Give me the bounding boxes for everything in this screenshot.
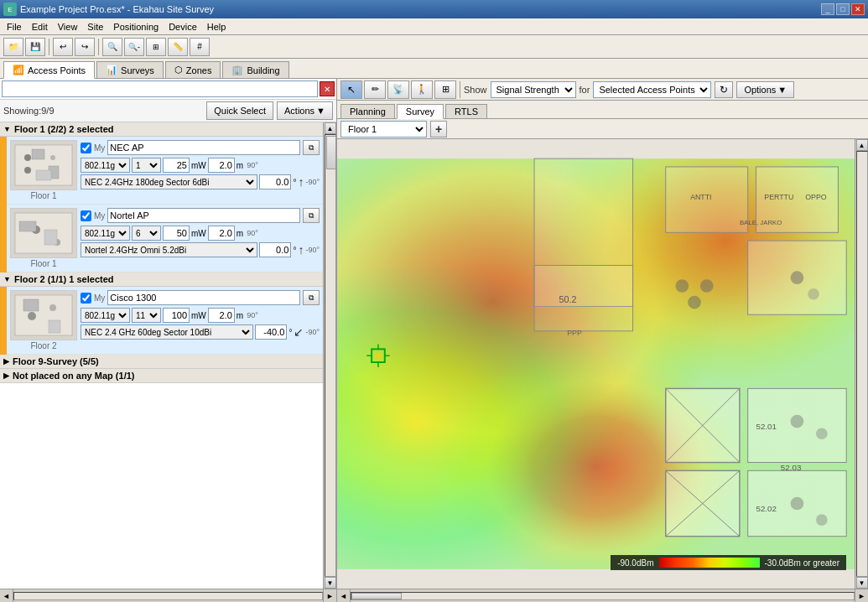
ap1-power-input[interactable] <box>163 158 190 173</box>
ap-place-button[interactable]: 📡 <box>387 80 409 99</box>
menu-view[interactable]: View <box>53 20 83 34</box>
menu-device[interactable]: Device <box>164 20 202 34</box>
ap3-copy-button[interactable]: ⧉ <box>303 290 320 305</box>
ap1-checkbox[interactable] <box>81 143 91 153</box>
menu-help[interactable]: Help <box>202 20 231 34</box>
heatmap-svg: ANTTI PERTTU OPPO BALE, JARKO 50.2 <box>337 139 855 589</box>
floor9-header[interactable]: ▶ Floor 9-Survey (5/5) <box>0 355 323 369</box>
tab-rtls-label: RTLS <box>455 106 478 117</box>
ap3-power-input[interactable] <box>163 308 190 323</box>
svg-point-48 <box>688 296 701 309</box>
menu-file[interactable]: File <box>2 20 27 34</box>
ap-filter-select[interactable]: Selected Access Points All Access Points <box>593 81 711 98</box>
ap3-antenna-select[interactable]: NEC 2.4 GHz 60deg Sector 10dBi <box>81 324 253 340</box>
search-input[interactable] <box>2 80 318 97</box>
ap2-power-input[interactable] <box>163 226 190 241</box>
ap2-dist-input[interactable] <box>208 226 235 241</box>
right-bottom-scroll: ◄ ► <box>337 589 868 602</box>
floor1-label: Floor 1 (2/2) 2 selected <box>14 124 114 134</box>
scroll-thumb[interactable] <box>326 136 336 169</box>
tab-rtls[interactable]: RTLS <box>445 104 487 118</box>
tab-planning[interactable]: Planning <box>340 104 395 118</box>
grid-tool-button[interactable]: ⊞ <box>434 80 456 99</box>
open-folder-button[interactable]: 📁 <box>3 38 23 56</box>
menu-positioning[interactable]: Positioning <box>108 20 164 34</box>
floor9-label: Floor 9-Survey (5/5) <box>13 356 99 366</box>
right-h-scroll-right-button[interactable]: ► <box>855 589 868 603</box>
undo-button[interactable]: ↩ <box>53 38 73 56</box>
ap3-checkbox[interactable] <box>81 293 91 304</box>
pencil-tool-button[interactable]: ✏ <box>364 80 386 99</box>
ap1-details: My ⧉ 802.11g 1 <box>81 140 320 200</box>
right-scroll-down-button[interactable]: ▼ <box>856 577 868 589</box>
map-area[interactable]: ANTTI PERTTU OPPO BALE, JARKO 50.2 <box>337 139 855 589</box>
add-floor-button[interactable]: + <box>430 121 447 138</box>
ap1-antenna-select[interactable]: NEC 2.4GHz 180deg Sector 6dBi <box>81 174 257 189</box>
right-scroll-up-button[interactable]: ▲ <box>856 139 868 151</box>
scroll-down-button[interactable]: ▼ <box>325 577 336 589</box>
close-button[interactable]: ✕ <box>851 3 865 15</box>
ap2-angle-input[interactable] <box>259 242 291 257</box>
ap2-my-label: My <box>94 211 105 221</box>
ap1-m-label: m <box>236 161 243 170</box>
floor-select[interactable]: Floor 1 Floor 2 Floor 9-Survey <box>340 121 427 138</box>
zoom-in-button[interactable]: 🔍 <box>102 38 122 56</box>
ap1-standard-select[interactable]: 802.11g <box>81 158 130 173</box>
floor1-header[interactable]: ▼ Floor 1 (2/2) 2 selected <box>0 122 323 137</box>
tab-survey[interactable]: Survey <box>397 104 444 119</box>
survey-walk-button[interactable]: 🚶 <box>411 80 433 99</box>
zoom-out-button[interactable]: 🔍- <box>124 38 144 56</box>
right-h-scroll-thumb[interactable] <box>351 593 402 599</box>
ap2-standard-select[interactable]: 802.11g <box>81 226 130 241</box>
toolbar-separator-1 <box>49 39 49 55</box>
menu-edit[interactable]: Edit <box>27 20 53 34</box>
ap3-standard-select[interactable]: 802.11g <box>81 308 130 323</box>
options-button[interactable]: Options ▼ <box>736 81 794 98</box>
ap1-copy-button[interactable]: ⧉ <box>303 140 320 155</box>
building-icon: 🏢 <box>231 65 243 75</box>
ap1-dist-input[interactable] <box>208 158 235 173</box>
ap3-name-input[interactable] <box>107 290 300 305</box>
tab-access-points[interactable]: 📶 Access Points <box>3 61 95 79</box>
ap1-config-row: 802.11g 1 mW m <box>81 158 320 173</box>
scroll-right-button[interactable]: ► <box>323 589 336 603</box>
maximize-button[interactable]: □ <box>836 3 850 15</box>
ap1-channel-select[interactable]: 1 <box>132 158 161 173</box>
titlebar-controls[interactable]: _ □ ✕ <box>821 3 865 15</box>
ap3-orange-bar <box>0 287 7 355</box>
quick-select-button[interactable]: Quick Select <box>206 101 273 120</box>
ap1-angle-input[interactable] <box>259 174 291 189</box>
tab-surveys[interactable]: 📊 Surveys <box>96 61 164 78</box>
search-clear-button[interactable]: ✕ <box>320 81 335 96</box>
right-h-scroll-left-button[interactable]: ◄ <box>337 589 351 603</box>
save-button[interactable]: 💾 <box>25 38 45 56</box>
actions-button[interactable]: Actions ▼ <box>277 101 333 120</box>
ap2-checkbox[interactable] <box>81 210 91 221</box>
ap3-channel-select[interactable]: 11 <box>132 308 161 323</box>
ap2-orange-bar <box>0 205 7 272</box>
tab-zones[interactable]: ⬡ Zones <box>165 61 221 78</box>
ap2-antenna-select[interactable]: Nortel 2.4GHz Omni 5.2dBi <box>81 242 257 257</box>
ap1-name-input[interactable] <box>107 140 300 155</box>
grid-button[interactable]: # <box>190 38 210 56</box>
scroll-up-button[interactable]: ▲ <box>325 122 336 134</box>
ap2-copy-button[interactable]: ⧉ <box>303 208 320 223</box>
menu-site[interactable]: Site <box>82 20 108 34</box>
select-tool-button[interactable]: ↖ <box>340 80 362 99</box>
notplaced-header[interactable]: ▶ Not placed on any Map (1/1) <box>0 369 323 383</box>
measure-button[interactable]: 📏 <box>168 38 188 56</box>
zoom-fit-button[interactable]: ⊞ <box>146 38 166 56</box>
signal-strength-select[interactable]: Signal Strength Channel Data Rate <box>491 81 576 98</box>
scroll-left-button[interactable]: ◄ <box>0 589 13 603</box>
floor2-header[interactable]: ▼ Floor 2 (1/1) 1 selected <box>0 272 323 287</box>
ap3-angle-input[interactable] <box>255 324 287 340</box>
legend-max-label: -30.0dBm or greater <box>765 558 840 568</box>
ap2-name-input[interactable] <box>107 208 300 223</box>
ap2-channel-select[interactable]: 6 <box>132 226 161 241</box>
tab-building[interactable]: 🏢 Building <box>222 61 288 78</box>
redo-button[interactable]: ↪ <box>75 38 95 56</box>
refresh-button[interactable]: ↻ <box>715 81 733 98</box>
ap3-dist-input[interactable] <box>208 308 235 323</box>
minimize-button[interactable]: _ <box>821 3 834 15</box>
window-title: Example Project Pro.esx* - Ekahau Site S… <box>20 4 214 14</box>
